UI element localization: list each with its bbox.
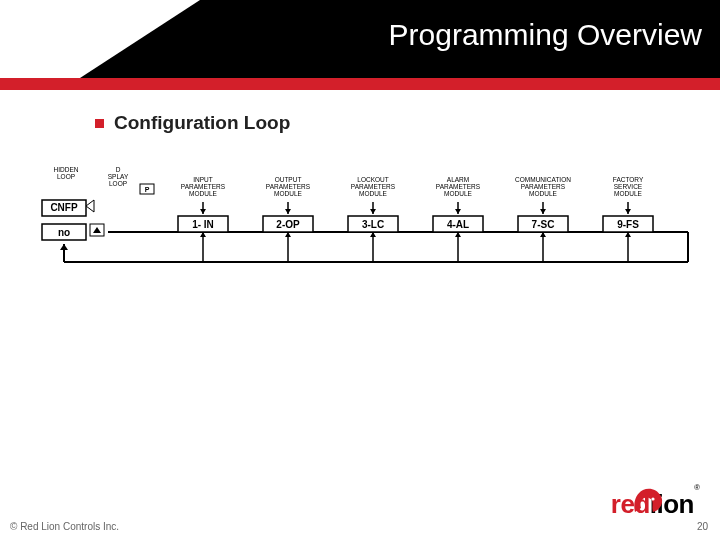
- slide-header: Programming Overview: [0, 0, 720, 78]
- module-1: OUTPUTPARAMETERSMODULE 2-OP: [263, 176, 313, 262]
- section-subtitle: Configuration Loop: [114, 112, 290, 134]
- display-loop-label: DSPLAYLOOP: [108, 166, 129, 187]
- module-2: LOCKOUTPARAMETERSMODULE 3-LC: [348, 176, 398, 262]
- p-button-label: P: [145, 186, 150, 193]
- subtitle-row: Configuration Loop: [95, 112, 720, 134]
- header-red-bar: [0, 78, 720, 90]
- module-label: LOCKOUTPARAMETERSMODULE: [351, 176, 396, 197]
- module-0: INPUTPARAMETERSMODULE 1- IN: [178, 176, 228, 262]
- page-title: Programming Overview: [389, 18, 702, 52]
- copyright: © Red Lion Controls Inc.: [10, 521, 119, 532]
- module-label: INPUTPARAMETERSMODULE: [181, 176, 226, 197]
- module-5: FACTORYSERVICEMODULE 9-FS: [603, 176, 653, 262]
- registered-mark: ®: [694, 483, 700, 492]
- module-code: 4-AL: [447, 219, 469, 230]
- return-arrow-icon: [60, 244, 68, 250]
- redlion-logo: red lion ®: [611, 489, 694, 520]
- device-bottom-display: no: [58, 227, 70, 238]
- module-4: COMMUNICATIONPARAMETERSMODULE 7-SC: [515, 176, 571, 262]
- page-number: 20: [697, 521, 708, 532]
- module-label: FACTORYSERVICEMODULE: [613, 176, 644, 197]
- module-label: ALARMPARAMETERSMODULE: [436, 176, 481, 197]
- config-loop-diagram: HIDDENLOOP DSPLAYLOOP P CNFP no INPUTPAR…: [28, 166, 698, 290]
- device-top-display: CNFP: [50, 202, 78, 213]
- module-code: 1- IN: [192, 219, 214, 230]
- module-code: 2-OP: [276, 219, 300, 230]
- module-label: COMMUNICATIONPARAMETERSMODULE: [515, 176, 571, 197]
- module-label: OUTPUTPARAMETERSMODULE: [266, 176, 311, 197]
- hidden-loop-label: HIDDENLOOP: [54, 166, 79, 180]
- module-code: 3-LC: [362, 219, 384, 230]
- lion-head-icon: [631, 486, 665, 514]
- module-3: ALARMPARAMETERSMODULE 4-AL: [433, 176, 483, 262]
- bullet-icon: [95, 119, 104, 128]
- module-code: 9-FS: [617, 219, 639, 230]
- module-code: 7-SC: [532, 219, 555, 230]
- svg-point-20: [651, 497, 654, 500]
- header-accent: [0, 0, 200, 78]
- device-top-arrow: [86, 200, 94, 212]
